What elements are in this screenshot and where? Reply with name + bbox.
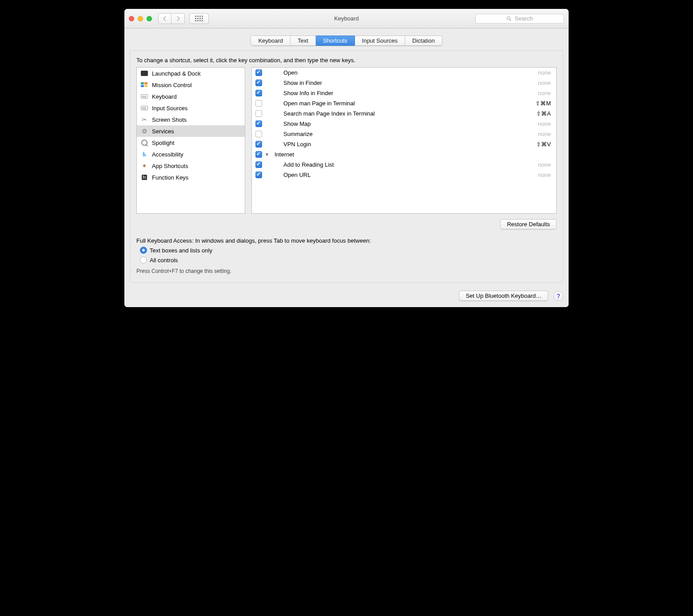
service-row[interactable]: Search man Page Index in Terminal⇧⌘A	[252, 108, 556, 119]
sidebar-item-label: Launchpad & Dock	[152, 70, 201, 77]
fn-icon: fn	[140, 173, 148, 181]
sidebar-item-app-shortcuts[interactable]: ✦App Shortcuts	[137, 160, 245, 172]
service-checkbox[interactable]	[255, 100, 262, 107]
sidebar-item-label: Accessibility	[152, 151, 183, 158]
sidebar-item-label: Function Keys	[152, 174, 188, 181]
service-row[interactable]: Opennone	[252, 68, 556, 78]
sidebar-item-mission-control[interactable]: Mission Control	[137, 79, 245, 91]
search-input[interactable]: Search	[475, 14, 564, 24]
service-row[interactable]: Show Info in Findernone	[252, 88, 556, 98]
help-button[interactable]: ?	[554, 291, 563, 301]
service-row[interactable]: Open man Page in Terminal⇧⌘M	[252, 98, 556, 108]
fka-radio-all[interactable]	[140, 256, 147, 264]
shortcuts-panel: To change a shortcut, select it, click t…	[130, 50, 563, 283]
service-checkbox[interactable]	[255, 151, 262, 158]
category-list[interactable]: Launchpad & DockMission ControlKeyboardI…	[136, 67, 245, 214]
fka-hint: Press Control+F7 to change this setting.	[136, 268, 557, 274]
keyboard-icon	[140, 92, 148, 100]
grid-icon	[195, 16, 203, 21]
service-label: Show in Finder	[265, 80, 538, 86]
service-row[interactable]: Summarizenone	[252, 129, 556, 139]
chevron-down-icon[interactable]: ▼	[265, 152, 270, 157]
instruction-text: To change a shortcut, select it, click t…	[136, 57, 557, 64]
tab-shortcuts[interactable]: Shortcuts	[316, 36, 355, 46]
service-row[interactable]: VPN Login⇧⌘V	[252, 139, 556, 149]
spotlight-icon	[140, 139, 148, 147]
service-checkbox[interactable]	[255, 172, 262, 178]
mission-control-icon	[140, 81, 148, 89]
help-icon: ?	[557, 292, 561, 300]
service-shortcut[interactable]: ⇧⌘V	[536, 141, 551, 148]
sidebar-item-launchpad-dock[interactable]: Launchpad & Dock	[137, 68, 245, 79]
service-label: Search man Page Index in Terminal	[265, 110, 536, 117]
search-icon	[506, 16, 512, 21]
service-checkbox[interactable]	[255, 141, 262, 148]
sidebar-item-label: Services	[152, 128, 174, 135]
service-shortcut[interactable]: none	[538, 90, 551, 96]
search-placeholder: Search	[514, 15, 533, 22]
service-shortcut[interactable]: none	[538, 161, 551, 168]
sidebar-item-label: App Shortcuts	[152, 163, 188, 169]
sidebar-item-input-sources[interactable]: Input Sources	[137, 102, 245, 114]
tab-keyboard[interactable]: Keyboard	[251, 36, 291, 46]
service-checkbox[interactable]	[255, 161, 262, 168]
fka-radio-label-2: All controls	[150, 257, 178, 264]
chevron-left-icon	[163, 16, 167, 21]
tab-text[interactable]: Text	[291, 36, 316, 46]
service-shortcut[interactable]: none	[538, 131, 551, 137]
sidebar-item-screen-shots[interactable]: ✂︎Screen Shots	[137, 114, 245, 125]
service-shortcut[interactable]: none	[538, 172, 551, 178]
service-shortcut[interactable]: none	[538, 80, 551, 86]
services-list[interactable]: OpennoneShow in FindernoneShow Info in F…	[251, 67, 557, 214]
content: KeyboardTextShortcutsInput SourcesDictat…	[124, 28, 569, 307]
titlebar: Keyboard Search	[124, 9, 569, 28]
fka-radio-textboxes[interactable]	[140, 247, 147, 254]
tab-dictation[interactable]: Dictation	[405, 36, 442, 46]
sidebar-item-label: Screen Shots	[152, 116, 187, 123]
fka-heading: Full Keyboard Access: In windows and dia…	[136, 237, 557, 244]
minimize-icon[interactable]	[138, 16, 143, 21]
gear-icon: ⚙	[140, 127, 148, 135]
service-label: Show Map	[265, 120, 538, 127]
service-shortcut[interactable]: ⇧⌘M	[535, 100, 551, 107]
accessibility-icon: ♿︎	[140, 150, 148, 158]
service-group-label: Internet	[271, 151, 551, 158]
service-checkbox[interactable]	[255, 110, 262, 117]
service-checkbox[interactable]	[255, 131, 262, 137]
svg-line-1	[510, 19, 511, 20]
full-keyboard-access: Full Keyboard Access: In windows and dia…	[136, 237, 557, 274]
service-shortcut[interactable]: ⇧⌘A	[536, 110, 551, 117]
tab-input-sources[interactable]: Input Sources	[355, 36, 405, 46]
sidebar-item-function-keys[interactable]: fnFunction Keys	[137, 172, 245, 183]
service-row[interactable]: Show Mapnone	[252, 119, 556, 129]
close-icon[interactable]	[129, 16, 134, 21]
show-all-button[interactable]	[189, 13, 209, 24]
service-checkbox[interactable]	[255, 80, 262, 86]
service-shortcut[interactable]: none	[538, 120, 551, 127]
service-checkbox[interactable]	[255, 69, 262, 76]
service-shortcut[interactable]: none	[538, 69, 551, 76]
service-row[interactable]: Add to Reading Listnone	[252, 160, 556, 170]
sidebar-item-services[interactable]: ⚙Services	[137, 125, 245, 137]
sidebar-item-label: Keyboard	[152, 93, 177, 100]
service-row[interactable]: Open URLnone	[252, 170, 556, 180]
service-checkbox[interactable]	[255, 90, 262, 96]
bluetooth-keyboard-button[interactable]: Set Up Bluetooth Keyboard…	[459, 291, 548, 301]
service-label: Open URL	[265, 172, 538, 178]
screenshot-icon: ✂︎	[140, 116, 148, 124]
sidebar-item-label: Mission Control	[152, 82, 192, 88]
service-checkbox[interactable]	[255, 120, 262, 127]
forward-button[interactable]	[171, 13, 185, 24]
fka-option-textboxes[interactable]: Text boxes and lists only	[140, 247, 557, 254]
fka-option-all[interactable]: All controls	[140, 256, 557, 264]
sidebar-item-spotlight[interactable]: Spotlight	[137, 137, 245, 148]
service-row[interactable]: Show in Findernone	[252, 78, 556, 88]
svg-point-0	[507, 16, 510, 20]
sidebar-item-accessibility[interactable]: ♿︎Accessibility	[137, 148, 245, 160]
restore-defaults-button[interactable]: Restore Defaults	[500, 219, 557, 229]
back-button[interactable]	[158, 13, 171, 24]
sidebar-item-keyboard[interactable]: Keyboard	[137, 91, 245, 102]
zoom-icon[interactable]	[147, 16, 152, 21]
chevron-right-icon	[176, 16, 180, 21]
service-group[interactable]: ▼Internet	[252, 149, 556, 160]
